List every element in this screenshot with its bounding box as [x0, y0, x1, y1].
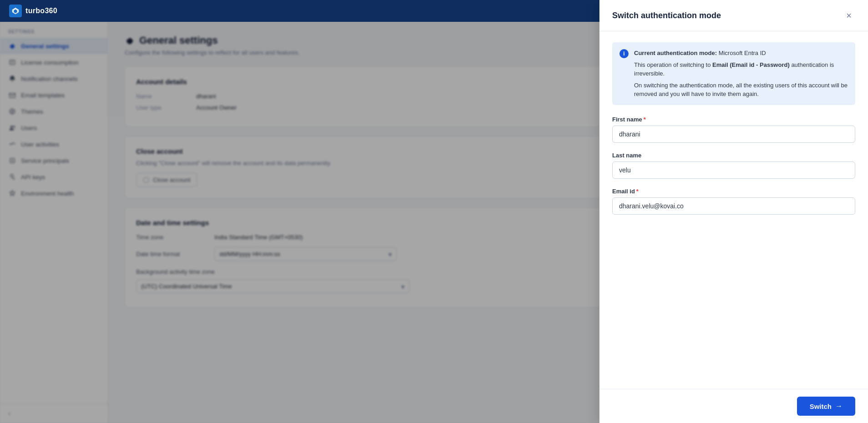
first-name-group: First name *: [612, 116, 855, 143]
brand-name: turbo360: [25, 7, 57, 15]
switch-button-arrow: →: [835, 402, 843, 410]
first-name-input[interactable]: [612, 126, 855, 143]
last-name-group: Last name: [612, 152, 855, 179]
email-id-label: Email id *: [612, 188, 855, 195]
info-line1-prefix: This operation of switching to: [634, 61, 712, 68]
first-name-required: *: [644, 116, 646, 123]
info-line2: On switching the authentication mode, al…: [634, 81, 848, 99]
current-mode-label: Current authentication mode:: [634, 50, 717, 56]
first-name-label: First name *: [612, 116, 855, 123]
logo-icon: [9, 5, 22, 17]
modal-header: Switch authentication mode ×: [599, 0, 868, 31]
info-banner-text: Current authentication mode: Microsoft E…: [634, 49, 848, 99]
info-icon: i: [619, 49, 629, 58]
modal-title: Switch authentication mode: [612, 11, 721, 20]
switch-auth-modal: Switch authentication mode × i Current a…: [599, 0, 868, 423]
switch-button[interactable]: Switch →: [797, 397, 855, 416]
current-mode-value: Microsoft Entra ID: [719, 50, 766, 56]
last-name-label: Last name: [612, 152, 855, 159]
modal-body: i Current authentication mode: Microsoft…: [599, 31, 868, 389]
email-id-input[interactable]: [612, 197, 855, 215]
modal-footer: Switch →: [599, 389, 868, 423]
email-id-group: Email id *: [612, 188, 855, 215]
switch-button-label: Switch: [810, 403, 832, 410]
email-id-required: *: [636, 188, 639, 195]
brand-logo: turbo360: [9, 5, 57, 17]
info-banner: i Current authentication mode: Microsoft…: [612, 42, 855, 105]
info-line1-bold: Email (Email id - Password): [712, 61, 790, 68]
last-name-input[interactable]: [612, 161, 855, 179]
modal-close-button[interactable]: ×: [843, 9, 855, 22]
